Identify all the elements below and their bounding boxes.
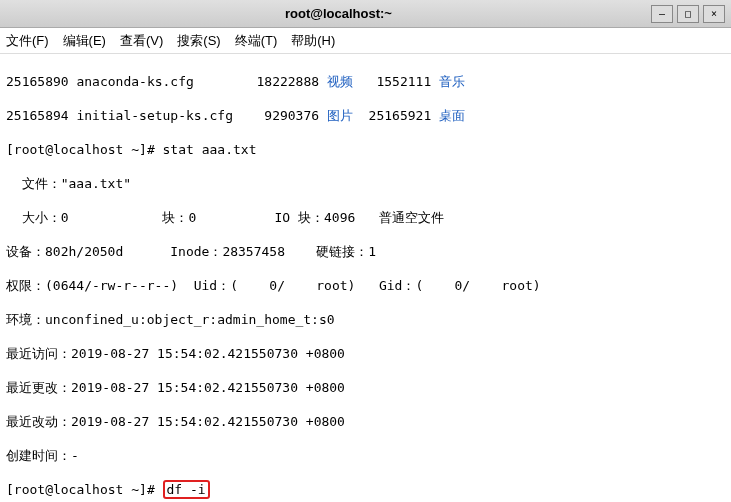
stat-line: 权限：(0644/-rw-r--r--) Uid：( 0/ root) Gid：… — [6, 277, 725, 294]
dir-link: 图片 — [327, 108, 353, 123]
shell-prompt: [root@localhost ~]# — [6, 142, 163, 157]
menu-view[interactable]: 查看(V) — [120, 32, 163, 50]
menu-edit[interactable]: 编辑(E) — [63, 32, 106, 50]
stat-line: 最近改动：2019-08-27 15:54:02.421550730 +0800 — [6, 413, 725, 430]
window-title: root@localhost:~ — [30, 6, 647, 21]
window-titlebar: root@localhost:~ – □ × — [0, 0, 731, 28]
minimize-button[interactable]: – — [651, 5, 673, 23]
stat-line: 文件："aaa.txt" — [6, 175, 725, 192]
terminal-output[interactable]: 25165890 anaconda-ks.cfg 18222888 视频 155… — [0, 54, 731, 502]
close-button[interactable]: × — [703, 5, 725, 23]
stat-line: 环境：unconfined_u:object_r:admin_home_t:s0 — [6, 311, 725, 328]
menu-file[interactable]: 文件(F) — [6, 32, 49, 50]
prompt-line: [root@localhost ~]# df -i — [6, 481, 725, 498]
stat-line: 设备：802h/2050d Inode：28357458 硬链接：1 — [6, 243, 725, 260]
highlighted-command: df -i — [163, 480, 210, 499]
menu-terminal[interactable]: 终端(T) — [235, 32, 278, 50]
dir-link: 桌面 — [439, 108, 465, 123]
dir-link: 视频 — [327, 74, 353, 89]
prompt-line: [root@localhost ~]# stat aaa.txt — [6, 141, 725, 158]
shell-command: stat aaa.txt — [163, 142, 257, 157]
menu-help[interactable]: 帮助(H) — [291, 32, 335, 50]
menu-bar: 文件(F) 编辑(E) 查看(V) 搜索(S) 终端(T) 帮助(H) — [0, 28, 731, 54]
stat-line: 创建时间：- — [6, 447, 725, 464]
dir-link: 音乐 — [439, 74, 465, 89]
ls-row: 25165890 anaconda-ks.cfg 18222888 视频 155… — [6, 73, 725, 90]
ls-row: 25165894 initial-setup-ks.cfg 9290376 图片… — [6, 107, 725, 124]
stat-line: 最近访问：2019-08-27 15:54:02.421550730 +0800 — [6, 345, 725, 362]
stat-line: 大小：0 块：0 IO 块：4096 普通空文件 — [6, 209, 725, 226]
shell-prompt: [root@localhost ~]# — [6, 482, 163, 497]
stat-line: 最近更改：2019-08-27 15:54:02.421550730 +0800 — [6, 379, 725, 396]
menu-search[interactable]: 搜索(S) — [177, 32, 220, 50]
maximize-button[interactable]: □ — [677, 5, 699, 23]
